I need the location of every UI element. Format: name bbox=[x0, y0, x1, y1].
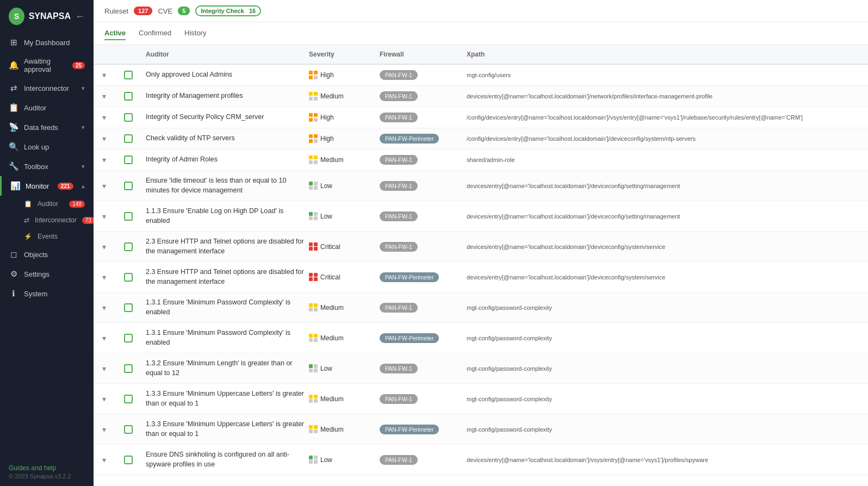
severity-label: Medium bbox=[320, 156, 344, 164]
expand-chevron[interactable]: ▾ bbox=[102, 364, 124, 373]
expand-chevron[interactable]: ▾ bbox=[102, 273, 124, 282]
sidebar-sub-label: Events bbox=[38, 233, 58, 240]
row-checkbox[interactable] bbox=[124, 155, 133, 164]
row-checkbox[interactable] bbox=[124, 212, 133, 221]
logo: S SYNAPSA ← bbox=[0, 0, 94, 33]
severity-label: High bbox=[320, 71, 334, 79]
lookup-icon: 🔍 bbox=[9, 142, 18, 152]
interconnector-icon: ⇄ bbox=[9, 83, 18, 93]
severity-label: Low bbox=[320, 456, 332, 464]
xpath-text: mgt-config/password-complexity bbox=[467, 365, 859, 372]
expand-chevron[interactable]: ▾ bbox=[102, 113, 124, 122]
severity-icon bbox=[309, 273, 318, 282]
tab-active[interactable]: Active bbox=[104, 27, 126, 40]
expand-chevron[interactable]: ▾ bbox=[102, 134, 124, 143]
firewall-col-header: Firewall bbox=[380, 51, 467, 58]
interconnector-sub-badge: 73 bbox=[82, 217, 94, 224]
sidebar-item-dashboard[interactable]: ⊞ My Dashboard bbox=[0, 33, 94, 52]
sidebar-item-monitor[interactable]: 📊 Monitor 221 ▴ bbox=[0, 176, 94, 196]
auditor-text: Integrity of Security Policy CRM_server bbox=[146, 113, 309, 122]
expand-chevron[interactable]: ▾ bbox=[102, 182, 124, 190]
expand-chevron[interactable]: ▾ bbox=[102, 303, 124, 312]
table-row: ▾ 1.3.3 Ensure 'Minimum Uppercase Letter… bbox=[94, 414, 868, 445]
xpath-text: /config/devices/entry[@name='localhost.l… bbox=[467, 135, 859, 142]
auditor-text: 1.3.3 Ensure 'Minimum Uppercase Letters'… bbox=[146, 389, 309, 408]
sidebar-item-auditor[interactable]: 📋 Auditor bbox=[0, 98, 94, 117]
sidebar-item-datafeeds[interactable]: 📡 Data feeds ▾ bbox=[0, 117, 94, 137]
table-row: ▾ Ensure 'Idle timeout' is less than or … bbox=[94, 171, 868, 201]
severity-icon bbox=[309, 113, 318, 122]
firewall-badge: PAN-FW-1 bbox=[380, 70, 418, 80]
severity-label: Low bbox=[320, 182, 332, 190]
monitor-badge: 221 bbox=[58, 183, 73, 190]
tab-history[interactable]: History bbox=[184, 27, 206, 40]
table-row: ▾ Integrity of Security Policy CRM_serve… bbox=[94, 107, 868, 128]
sidebar-item-awaiting[interactable]: 🔔 Awaiting approval 25 bbox=[0, 52, 94, 78]
ruleset-count: 127 bbox=[134, 7, 152, 15]
expand-chevron[interactable]: ▾ bbox=[102, 92, 124, 101]
row-checkbox[interactable] bbox=[124, 273, 133, 282]
row-checkbox[interactable] bbox=[124, 456, 133, 464]
row-checkbox[interactable] bbox=[124, 364, 133, 373]
sidebar-item-settings[interactable]: ⚙ Settings bbox=[0, 264, 94, 284]
severity-icon bbox=[309, 242, 318, 251]
severity-label: Medium bbox=[320, 92, 344, 100]
sidebar-sub-label: Auditor bbox=[38, 200, 58, 208]
row-checkbox[interactable] bbox=[124, 242, 133, 251]
datafeeds-icon: 📡 bbox=[9, 122, 18, 132]
expand-chevron[interactable]: ▾ bbox=[102, 242, 124, 251]
expand-chevron[interactable]: ▾ bbox=[102, 155, 124, 164]
row-checkbox[interactable] bbox=[124, 134, 133, 143]
auditor-text: 2.3 Ensure HTTP and Telnet options are d… bbox=[146, 237, 309, 256]
sidebar-item-system[interactable]: ℹ System bbox=[0, 284, 94, 303]
auditor-text: 2.3 Ensure HTTP and Telnet options are d… bbox=[146, 267, 309, 286]
expand-chevron[interactable]: ▾ bbox=[102, 71, 124, 79]
xpath-text: devices/entry[@name='localhost.localdoma… bbox=[467, 183, 859, 189]
row-checkbox[interactable] bbox=[124, 425, 133, 434]
severity-label: Medium bbox=[320, 304, 344, 311]
expand-chevron[interactable]: ▾ bbox=[102, 395, 124, 403]
expand-chevron[interactable]: ▾ bbox=[102, 425, 124, 434]
sidebar-item-interconnector[interactable]: ⇄ Interconnector ▾ bbox=[0, 78, 94, 98]
sidebar-item-auditor-sub[interactable]: 📋 Auditor 148 bbox=[0, 196, 94, 212]
severity-badge: Medium bbox=[309, 334, 380, 342]
xpath-text: devices/entry[@name='localhost.localdoma… bbox=[467, 457, 859, 463]
severity-label: Critical bbox=[320, 273, 340, 281]
auditor-col-header: Auditor bbox=[146, 51, 309, 58]
severity-icon bbox=[309, 425, 318, 434]
row-checkbox[interactable] bbox=[124, 334, 133, 342]
severity-label: High bbox=[320, 135, 334, 142]
severity-badge: High bbox=[309, 113, 380, 122]
auditor-text: Ensure 'Idle timeout' is less than or eq… bbox=[146, 176, 309, 195]
expand-chevron[interactable]: ▾ bbox=[102, 456, 124, 464]
sidebar-item-objects[interactable]: ◻ Objects bbox=[0, 245, 94, 264]
sidebar-item-events[interactable]: ⚡ Events bbox=[0, 228, 94, 245]
guides-link[interactable]: Guides and help bbox=[9, 464, 85, 472]
severity-label: Medium bbox=[320, 334, 344, 342]
row-checkbox[interactable] bbox=[124, 303, 133, 312]
sidebar-item-label: Settings bbox=[24, 270, 49, 278]
expand-chevron[interactable]: ▾ bbox=[102, 212, 124, 221]
severity-badge: Critical bbox=[309, 273, 380, 282]
collapse-button[interactable]: ← bbox=[75, 11, 85, 22]
firewall-badge: PAN-FW-Perimeter bbox=[380, 272, 439, 282]
xpath-text: devices/entry[@name='localhost.localdoma… bbox=[467, 244, 859, 250]
row-checkbox[interactable] bbox=[124, 71, 133, 79]
sidebar-item-toolbox[interactable]: 🔧 Toolbox ▾ bbox=[0, 157, 94, 176]
row-checkbox[interactable] bbox=[124, 182, 133, 190]
severity-icon bbox=[309, 155, 318, 164]
integrity-check-tab[interactable]: Integrity Check 16 bbox=[195, 5, 261, 16]
tab-confirmed[interactable]: Confirmed bbox=[139, 27, 171, 40]
sidebar-item-label: My Dashboard bbox=[24, 39, 70, 47]
expand-chevron[interactable]: ▾ bbox=[102, 334, 124, 342]
xpath-text: mgt-config/password-complexity bbox=[467, 335, 859, 341]
sidebar-sub-label: Interconnector bbox=[35, 216, 77, 224]
table-row: ▾ 1.3.1 Ensure 'Minimum Password Complex… bbox=[94, 323, 868, 353]
firewall-badge: PAN-FW-1 bbox=[380, 113, 418, 122]
sidebar-item-label: Look up bbox=[24, 143, 49, 151]
sidebar-item-lookup[interactable]: 🔍 Look up bbox=[0, 137, 94, 157]
row-checkbox[interactable] bbox=[124, 113, 133, 122]
sidebar-item-interconnector-sub[interactable]: ⇄ Interconnector 73 bbox=[0, 212, 94, 228]
row-checkbox[interactable] bbox=[124, 92, 133, 101]
row-checkbox[interactable] bbox=[124, 395, 133, 403]
